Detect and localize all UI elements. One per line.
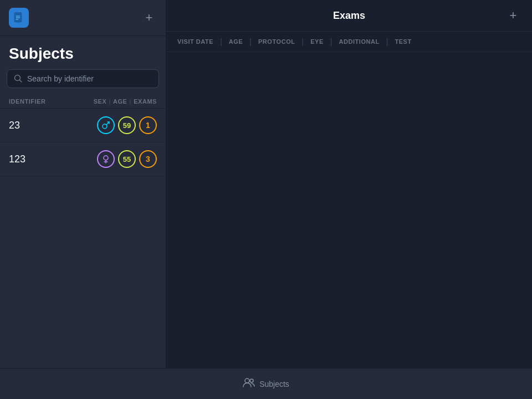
subject-id: 23 xyxy=(9,120,97,131)
gender-badge xyxy=(97,116,115,134)
search-container xyxy=(0,67,166,95)
col-sep-1: | xyxy=(109,98,111,105)
exams-col-visit-date: VISIT DATE xyxy=(177,38,220,45)
subject-list: 23 59 1 123 xyxy=(0,109,166,368)
main-panel: Exams + VISIT DATE | AGE | PROTOCOL | EY… xyxy=(166,0,532,368)
exams-content xyxy=(166,52,532,368)
col-right-headers: SEX | AGE | EXAMS xyxy=(94,98,157,105)
exams-col-protocol: PROTOCOL xyxy=(252,38,302,45)
subjects-icon xyxy=(243,377,255,390)
svg-point-13 xyxy=(245,378,249,383)
main-title: Exams xyxy=(193,10,505,22)
age-badge: 59 xyxy=(118,116,136,134)
subject-badges: 59 1 xyxy=(97,116,157,134)
table-row[interactable]: 123 55 3 xyxy=(0,142,166,176)
exams-col-eye: EYE xyxy=(304,38,330,45)
col-sex-header: SEX xyxy=(94,98,107,105)
col-age-header: AGE xyxy=(113,98,127,105)
svg-point-10 xyxy=(104,156,108,160)
sidebar-title: Subjects xyxy=(0,36,166,67)
svg-point-14 xyxy=(250,379,253,382)
table-row[interactable]: 23 59 1 xyxy=(0,109,166,142)
subject-id: 123 xyxy=(9,154,97,165)
col-exams-header: EXAMS xyxy=(134,98,157,105)
search-input[interactable] xyxy=(27,74,152,83)
app-logo xyxy=(9,8,29,28)
main-add-button[interactable]: + xyxy=(505,8,521,23)
svg-rect-1 xyxy=(16,16,21,17)
exams-badge: 3 xyxy=(139,150,157,168)
col-identifier-header: IDENTIFIER xyxy=(9,98,94,105)
search-wrapper[interactable] xyxy=(7,69,159,88)
svg-rect-2 xyxy=(16,17,21,18)
main-header: Exams + xyxy=(166,0,532,32)
exams-col-age: AGE xyxy=(222,38,250,45)
exams-col-additional: ADDITIONAL xyxy=(332,38,386,45)
svg-line-5 xyxy=(20,80,22,83)
sidebar-add-button[interactable]: + xyxy=(141,10,157,25)
col-sep-2: | xyxy=(129,98,131,105)
subject-badges: 55 3 xyxy=(97,150,157,168)
gender-badge xyxy=(97,150,115,168)
search-icon xyxy=(14,74,23,83)
bottom-bar: Subjects xyxy=(0,368,532,399)
sidebar-header: + xyxy=(0,0,166,36)
exams-badge: 1 xyxy=(139,116,157,134)
table-header: IDENTIFIER SEX | AGE | EXAMS xyxy=(0,95,166,109)
sidebar: + Subjects IDENTIFIER SEX | AGE | EXAMS xyxy=(0,0,166,368)
svg-rect-3 xyxy=(16,19,19,20)
bottom-bar-label: Subjects xyxy=(259,380,289,388)
exams-columns: VISIT DATE | AGE | PROTOCOL | EYE | ADDI… xyxy=(166,32,532,52)
exams-col-test: TEST xyxy=(388,38,418,45)
age-badge: 55 xyxy=(118,150,136,168)
